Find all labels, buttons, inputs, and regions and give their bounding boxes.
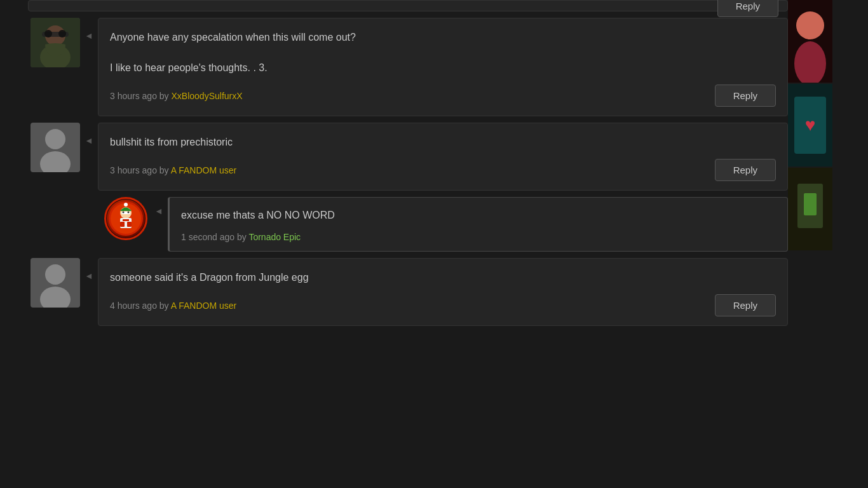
avatar <box>31 18 80 67</box>
reply-button[interactable]: Reply <box>715 294 776 316</box>
svg-point-19 <box>45 264 65 285</box>
sidebar-thumb-teal[interactable]: ♥ <box>788 84 832 166</box>
comment-timestamp: 3 hours ago by XxBloodySulfurxX <box>110 91 243 101</box>
nested-comment-username[interactable]: Tornado Epic <box>248 232 301 242</box>
nested-arrow-indicator <box>153 197 165 216</box>
nested-comment-timestamp: 1 second ago by Tornado Epic <box>181 232 301 242</box>
comment-text: bullshit its from prechistoric <box>110 135 776 150</box>
svg-point-16 <box>123 212 125 214</box>
nested-comment-block: excuse me thats a NO NO WORD 1 second ag… <box>104 197 788 252</box>
comment-avatar-wrap <box>28 18 83 67</box>
top-stub-reply-button[interactable]: Reply <box>717 0 778 17</box>
sidebar-thumb-pink[interactable] <box>788 0 832 83</box>
comment-line-2: I like to hear people's thoughts. . 3. <box>110 62 268 73</box>
comment-meta: 3 hours ago by XxBloodySulfurxX Reply <box>110 85 776 107</box>
svg-rect-14 <box>120 222 125 227</box>
comment-timestamp: 3 hours ago by A FANDOM user <box>110 165 236 175</box>
comment-text: Anyone have any specalation when this wi… <box>110 30 776 76</box>
kfc-avatar <box>107 200 145 238</box>
heart-icon: ♥ <box>805 115 816 135</box>
svg-point-3 <box>44 30 52 37</box>
comment-bubble: bullshit its from prechistoric 3 hours a… <box>98 123 788 191</box>
avatar-blank-icon <box>36 123 75 172</box>
svg-point-7 <box>40 151 71 172</box>
svg-point-4 <box>58 30 66 37</box>
svg-rect-12 <box>123 219 129 221</box>
avatar-blank-icon <box>36 258 75 308</box>
comment-username[interactable]: A FANDOM user <box>171 301 236 311</box>
reply-button[interactable]: Reply <box>715 159 776 181</box>
svg-point-22 <box>796 11 824 39</box>
comment-block: Anyone have any specalation when this wi… <box>28 18 788 116</box>
comment-bubble: someone said it's a Dragon from Jungle e… <box>98 258 788 326</box>
avatar <box>31 123 80 172</box>
sidebar-thumb-green[interactable] <box>788 168 832 250</box>
comment-avatar-wrap <box>28 123 83 172</box>
comment-line-1: bullshit its from prechistoric <box>110 137 233 147</box>
comment-line-1: Anyone have any specalation when this wi… <box>110 32 356 43</box>
sidebar-thumbnail-green <box>788 168 832 250</box>
svg-point-20 <box>40 287 71 308</box>
svg-point-18 <box>124 203 128 207</box>
nested-comment-meta: 1 second ago by Tornado Epic <box>181 232 776 242</box>
sidebar-thumbnail-image <box>788 0 832 83</box>
comment-meta: 4 hours ago by A FANDOM user Reply <box>110 294 776 316</box>
arrow-indicator <box>83 123 95 146</box>
comment-block: bullshit its from prechistoric 3 hours a… <box>28 123 788 191</box>
right-sidebar: ♥ <box>788 0 832 488</box>
avatar <box>31 258 80 308</box>
comment-username[interactable]: XxBloodySulfurxX <box>172 91 243 101</box>
avatar-image <box>31 18 80 67</box>
nested-comment-line: excuse me thats a NO NO WORD <box>181 210 335 220</box>
kfc-avatar-image <box>109 201 143 236</box>
svg-rect-28 <box>804 193 817 215</box>
top-stub-comment: Reply <box>28 0 788 11</box>
svg-point-17 <box>128 212 130 214</box>
comment-line-1: someone said it's a Dragon from Jungle e… <box>110 272 309 283</box>
comment-meta: 3 hours ago by A FANDOM user Reply <box>110 159 776 181</box>
nested-comment-text: excuse me thats a NO NO WORD <box>181 208 776 223</box>
svg-point-6 <box>45 129 65 149</box>
svg-rect-15 <box>127 222 132 227</box>
nested-avatar <box>104 197 147 240</box>
nested-comment-bubble: excuse me thats a NO NO WORD 1 second ag… <box>168 197 788 252</box>
reply-button[interactable]: Reply <box>715 85 776 107</box>
comment-block: someone said it's a Dragon from Jungle e… <box>28 258 788 326</box>
comment-text: someone said it's a Dragon from Jungle e… <box>110 270 776 285</box>
comment-username[interactable]: A FANDOM user <box>171 165 236 175</box>
arrow-indicator <box>83 18 95 41</box>
comment-avatar-wrap <box>28 258 83 308</box>
comment-bubble: Anyone have any specalation when this wi… <box>98 18 788 116</box>
arrow-indicator <box>83 258 95 281</box>
comment-timestamp: 4 hours ago by A FANDOM user <box>110 301 236 311</box>
